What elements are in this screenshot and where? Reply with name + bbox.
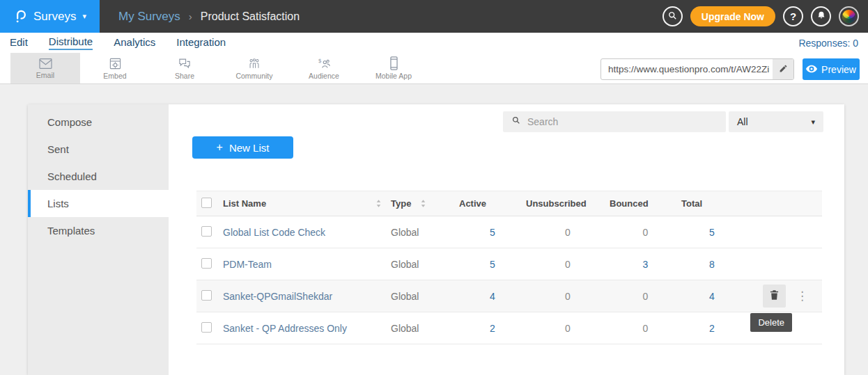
survey-url-field xyxy=(600,58,794,80)
tab-analytics[interactable]: Analytics xyxy=(114,36,155,49)
unsubscribed-count[interactable]: 0 xyxy=(526,259,610,270)
mobile-app-icon xyxy=(389,56,398,70)
breadcrumb-current-survey: Product Satisfaction xyxy=(201,10,300,23)
toolbar-label: Mobile App xyxy=(375,72,412,80)
list-type: Global xyxy=(391,259,459,270)
unsubscribed-count[interactable]: 0 xyxy=(526,227,610,238)
list-type: Global xyxy=(391,227,459,238)
sort-icon[interactable] xyxy=(421,200,426,207)
toolbar-item-email[interactable]: Email xyxy=(10,53,80,83)
active-count[interactable]: 2 xyxy=(459,323,526,334)
help-button[interactable]: ? xyxy=(783,6,803,26)
list-name-link[interactable]: Sanket-QPGmailShekdar xyxy=(223,291,332,302)
list-name-link[interactable]: PDM-Team xyxy=(223,259,272,270)
bounced-count[interactable]: 3 xyxy=(610,259,681,270)
column-header-list-name[interactable]: List Name xyxy=(223,198,266,209)
chevron-down-icon: ▾ xyxy=(811,118,815,126)
total-count[interactable]: 2 xyxy=(681,323,743,334)
toolbar-item-audience[interactable]: $ Audience xyxy=(289,53,359,83)
share-icon xyxy=(178,57,192,70)
list-type: Global xyxy=(391,291,459,302)
total-count[interactable]: 8 xyxy=(681,259,743,270)
toolbar-label: Email xyxy=(36,71,54,79)
list-name-link[interactable]: Sanket - QP Addresses Only xyxy=(223,323,347,334)
bounced-count[interactable]: 0 xyxy=(610,227,681,238)
survey-tab-bar: Edit Distribute Analytics Integration Re… xyxy=(0,33,868,53)
tab-integration[interactable]: Integration xyxy=(176,36,226,49)
trash-icon xyxy=(769,289,780,303)
edit-url-button[interactable] xyxy=(773,59,793,79)
tab-distribute[interactable]: Distribute xyxy=(49,35,93,50)
upgrade-now-button[interactable]: Upgrade Now xyxy=(690,6,775,26)
lists-main-area: All ▾ + New List List Name Type Active U… xyxy=(169,104,844,375)
row-checkbox[interactable] xyxy=(201,226,212,237)
email-sidebar: Compose Sent Scheduled Lists Templates xyxy=(28,104,169,375)
row-more-menu-icon[interactable]: ⋮ xyxy=(796,290,808,302)
survey-url-input[interactable] xyxy=(601,64,773,74)
breadcrumb-separator: › xyxy=(189,10,192,22)
search-icon xyxy=(511,115,521,128)
sidebar-item-scheduled[interactable]: Scheduled xyxy=(28,163,169,190)
row-checkbox[interactable] xyxy=(201,322,212,333)
eye-icon xyxy=(806,64,817,75)
chevron-down-icon: ▾ xyxy=(82,13,86,20)
community-icon xyxy=(247,57,261,70)
row-checkbox[interactable] xyxy=(201,258,212,269)
active-count[interactable]: 5 xyxy=(459,259,526,270)
product-switcher[interactable]: Surveys ▾ xyxy=(0,0,100,33)
svg-text:$: $ xyxy=(318,57,321,63)
column-header-bounced: Bounced xyxy=(610,198,681,209)
table-row: Sanket - QP Addresses Only Global 2 0 0 … xyxy=(196,312,822,344)
product-name: Surveys xyxy=(33,10,76,24)
total-count[interactable]: 4 xyxy=(681,291,743,302)
sidebar-item-lists[interactable]: Lists xyxy=(28,190,169,217)
column-header-unsubscribed: Unsubscribed xyxy=(526,198,610,209)
column-header-active: Active xyxy=(459,198,526,209)
tab-edit[interactable]: Edit xyxy=(10,36,28,49)
active-count[interactable]: 4 xyxy=(459,291,526,302)
search-button[interactable] xyxy=(662,6,683,26)
table-row: Global List Code Check Global 5 0 0 5 xyxy=(196,216,822,248)
avatar xyxy=(842,10,855,23)
column-header-total: Total xyxy=(681,198,743,209)
responses-count[interactable]: Responses: 0 xyxy=(798,38,858,49)
bounced-count[interactable]: 0 xyxy=(610,291,681,302)
column-header-type[interactable]: Type xyxy=(391,198,411,209)
notifications-button[interactable] xyxy=(811,6,831,26)
delete-tooltip: Delete xyxy=(750,313,792,332)
list-search-box xyxy=(503,111,726,132)
toolbar-item-share[interactable]: Share xyxy=(150,53,219,83)
select-all-checkbox[interactable] xyxy=(201,198,212,208)
topbar-actions: Upgrade Now ? xyxy=(662,6,859,26)
sidebar-item-sent[interactable]: Sent xyxy=(28,136,169,163)
delete-list-button[interactable] xyxy=(763,285,786,308)
unsubscribed-count[interactable]: 0 xyxy=(526,323,610,334)
toolbar-item-embed[interactable]: Embed xyxy=(80,53,150,83)
toolbar-label: Audience xyxy=(309,72,339,80)
account-menu-button[interactable] xyxy=(839,6,859,26)
filter-selected-value: All xyxy=(737,116,748,127)
plus-icon: + xyxy=(217,141,223,154)
row-checkbox[interactable] xyxy=(201,290,212,301)
sidebar-item-templates[interactable]: Templates xyxy=(28,217,169,244)
sidebar-item-compose[interactable]: Compose xyxy=(28,109,169,136)
toolbar-label: Share xyxy=(175,72,194,80)
sort-icon[interactable] xyxy=(376,200,381,207)
questionpro-logo-icon xyxy=(13,7,27,26)
preview-label: Preview xyxy=(821,64,856,75)
bounced-count[interactable]: 0 xyxy=(610,323,681,334)
list-filter-dropdown[interactable]: All ▾ xyxy=(729,111,823,132)
list-search-input[interactable] xyxy=(527,116,718,127)
top-bar: Surveys ▾ My Surveys › Product Satisfact… xyxy=(0,0,868,33)
toolbar-item-mobile-app[interactable]: Mobile App xyxy=(359,53,428,83)
total-count[interactable]: 5 xyxy=(681,227,743,238)
preview-button[interactable]: Preview xyxy=(803,58,860,80)
list-name-link[interactable]: Global List Code Check xyxy=(223,227,325,238)
active-count[interactable]: 5 xyxy=(459,227,526,238)
email-icon xyxy=(38,58,53,70)
new-list-button[interactable]: + New List xyxy=(192,136,293,159)
search-icon xyxy=(667,10,678,23)
unsubscribed-count[interactable]: 0 xyxy=(526,291,610,302)
toolbar-item-community[interactable]: Community xyxy=(219,53,289,83)
breadcrumb-my-surveys[interactable]: My Surveys xyxy=(118,10,180,24)
